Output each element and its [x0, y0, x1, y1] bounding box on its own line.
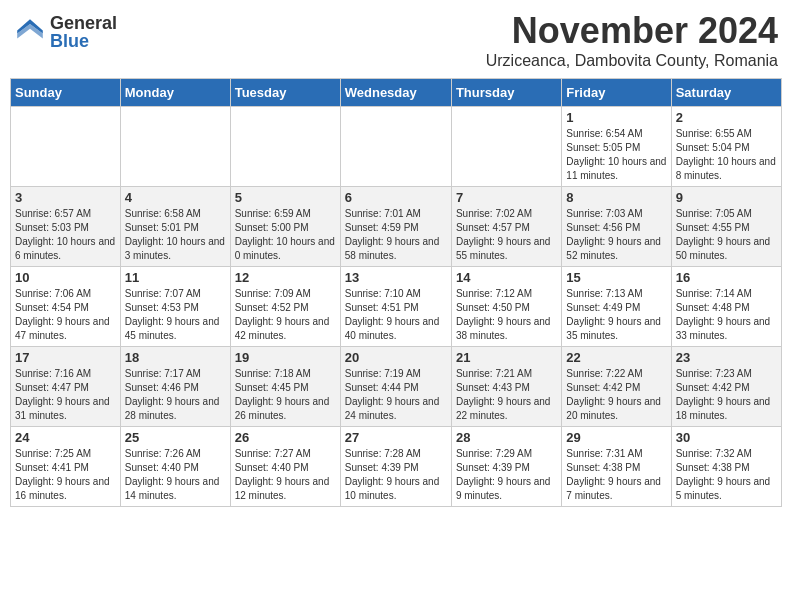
- calendar-cell: 16Sunrise: 7:14 AM Sunset: 4:48 PM Dayli…: [671, 267, 781, 347]
- day-info: Sunrise: 7:01 AM Sunset: 4:59 PM Dayligh…: [345, 207, 447, 263]
- calendar-cell: 8Sunrise: 7:03 AM Sunset: 4:56 PM Daylig…: [562, 187, 671, 267]
- weekday-header: Friday: [562, 79, 671, 107]
- calendar-cell: 28Sunrise: 7:29 AM Sunset: 4:39 PM Dayli…: [451, 427, 561, 507]
- calendar-week-row: 17Sunrise: 7:16 AM Sunset: 4:47 PM Dayli…: [11, 347, 782, 427]
- day-number: 13: [345, 270, 447, 285]
- calendar-cell: 22Sunrise: 7:22 AM Sunset: 4:42 PM Dayli…: [562, 347, 671, 427]
- day-number: 16: [676, 270, 777, 285]
- calendar-cell: 25Sunrise: 7:26 AM Sunset: 4:40 PM Dayli…: [120, 427, 230, 507]
- day-info: Sunrise: 7:22 AM Sunset: 4:42 PM Dayligh…: [566, 367, 666, 423]
- logo: General Blue: [14, 14, 117, 50]
- day-info: Sunrise: 7:25 AM Sunset: 4:41 PM Dayligh…: [15, 447, 116, 503]
- weekday-header: Thursday: [451, 79, 561, 107]
- day-number: 25: [125, 430, 226, 445]
- day-info: Sunrise: 7:02 AM Sunset: 4:57 PM Dayligh…: [456, 207, 557, 263]
- day-number: 28: [456, 430, 557, 445]
- weekday-header: Tuesday: [230, 79, 340, 107]
- day-number: 22: [566, 350, 666, 365]
- day-number: 29: [566, 430, 666, 445]
- calendar-cell: 13Sunrise: 7:10 AM Sunset: 4:51 PM Dayli…: [340, 267, 451, 347]
- calendar-cell: 30Sunrise: 7:32 AM Sunset: 4:38 PM Dayli…: [671, 427, 781, 507]
- weekday-header: Monday: [120, 79, 230, 107]
- calendar-cell: 10Sunrise: 7:06 AM Sunset: 4:54 PM Dayli…: [11, 267, 121, 347]
- calendar-cell: [11, 107, 121, 187]
- weekday-header: Wednesday: [340, 79, 451, 107]
- day-info: Sunrise: 7:10 AM Sunset: 4:51 PM Dayligh…: [345, 287, 447, 343]
- day-info: Sunrise: 6:57 AM Sunset: 5:03 PM Dayligh…: [15, 207, 116, 263]
- day-number: 20: [345, 350, 447, 365]
- weekday-header: Sunday: [11, 79, 121, 107]
- day-info: Sunrise: 7:13 AM Sunset: 4:49 PM Dayligh…: [566, 287, 666, 343]
- day-info: Sunrise: 7:28 AM Sunset: 4:39 PM Dayligh…: [345, 447, 447, 503]
- day-number: 4: [125, 190, 226, 205]
- calendar-cell: [120, 107, 230, 187]
- calendar-cell: 20Sunrise: 7:19 AM Sunset: 4:44 PM Dayli…: [340, 347, 451, 427]
- calendar-cell: [230, 107, 340, 187]
- day-info: Sunrise: 7:29 AM Sunset: 4:39 PM Dayligh…: [456, 447, 557, 503]
- day-info: Sunrise: 6:58 AM Sunset: 5:01 PM Dayligh…: [125, 207, 226, 263]
- calendar-cell: 9Sunrise: 7:05 AM Sunset: 4:55 PM Daylig…: [671, 187, 781, 267]
- day-number: 10: [15, 270, 116, 285]
- calendar-cell: 26Sunrise: 7:27 AM Sunset: 4:40 PM Dayli…: [230, 427, 340, 507]
- calendar-cell: 4Sunrise: 6:58 AM Sunset: 5:01 PM Daylig…: [120, 187, 230, 267]
- calendar-cell: 24Sunrise: 7:25 AM Sunset: 4:41 PM Dayli…: [11, 427, 121, 507]
- calendar-cell: 1Sunrise: 6:54 AM Sunset: 5:05 PM Daylig…: [562, 107, 671, 187]
- day-info: Sunrise: 7:21 AM Sunset: 4:43 PM Dayligh…: [456, 367, 557, 423]
- day-number: 24: [15, 430, 116, 445]
- page-header: General Blue November 2024 Urziceanca, D…: [10, 10, 782, 70]
- calendar-week-row: 10Sunrise: 7:06 AM Sunset: 4:54 PM Dayli…: [11, 267, 782, 347]
- calendar-cell: 12Sunrise: 7:09 AM Sunset: 4:52 PM Dayli…: [230, 267, 340, 347]
- calendar-cell: 2Sunrise: 6:55 AM Sunset: 5:04 PM Daylig…: [671, 107, 781, 187]
- day-info: Sunrise: 7:27 AM Sunset: 4:40 PM Dayligh…: [235, 447, 336, 503]
- day-number: 30: [676, 430, 777, 445]
- calendar-week-row: 24Sunrise: 7:25 AM Sunset: 4:41 PM Dayli…: [11, 427, 782, 507]
- day-number: 8: [566, 190, 666, 205]
- day-info: Sunrise: 7:19 AM Sunset: 4:44 PM Dayligh…: [345, 367, 447, 423]
- calendar-cell: 11Sunrise: 7:07 AM Sunset: 4:53 PM Dayli…: [120, 267, 230, 347]
- calendar-cell: 27Sunrise: 7:28 AM Sunset: 4:39 PM Dayli…: [340, 427, 451, 507]
- day-info: Sunrise: 7:06 AM Sunset: 4:54 PM Dayligh…: [15, 287, 116, 343]
- month-title: November 2024: [486, 10, 778, 52]
- calendar-cell: 7Sunrise: 7:02 AM Sunset: 4:57 PM Daylig…: [451, 187, 561, 267]
- title-block: November 2024 Urziceanca, Dambovita Coun…: [486, 10, 778, 70]
- day-number: 14: [456, 270, 557, 285]
- day-number: 27: [345, 430, 447, 445]
- calendar-cell: 21Sunrise: 7:21 AM Sunset: 4:43 PM Dayli…: [451, 347, 561, 427]
- calendar-week-row: 3Sunrise: 6:57 AM Sunset: 5:03 PM Daylig…: [11, 187, 782, 267]
- calendar-cell: 14Sunrise: 7:12 AM Sunset: 4:50 PM Dayli…: [451, 267, 561, 347]
- day-info: Sunrise: 7:07 AM Sunset: 4:53 PM Dayligh…: [125, 287, 226, 343]
- day-number: 7: [456, 190, 557, 205]
- day-info: Sunrise: 7:05 AM Sunset: 4:55 PM Dayligh…: [676, 207, 777, 263]
- logo-icon: [14, 16, 46, 48]
- day-number: 11: [125, 270, 226, 285]
- calendar-cell: 3Sunrise: 6:57 AM Sunset: 5:03 PM Daylig…: [11, 187, 121, 267]
- day-info: Sunrise: 7:18 AM Sunset: 4:45 PM Dayligh…: [235, 367, 336, 423]
- day-info: Sunrise: 6:54 AM Sunset: 5:05 PM Dayligh…: [566, 127, 666, 183]
- calendar-cell: [451, 107, 561, 187]
- logo-blue: Blue: [50, 32, 117, 50]
- day-number: 2: [676, 110, 777, 125]
- day-number: 5: [235, 190, 336, 205]
- day-info: Sunrise: 6:59 AM Sunset: 5:00 PM Dayligh…: [235, 207, 336, 263]
- day-number: 12: [235, 270, 336, 285]
- calendar-cell: 5Sunrise: 6:59 AM Sunset: 5:00 PM Daylig…: [230, 187, 340, 267]
- calendar-cell: 29Sunrise: 7:31 AM Sunset: 4:38 PM Dayli…: [562, 427, 671, 507]
- day-number: 1: [566, 110, 666, 125]
- calendar-table: SundayMondayTuesdayWednesdayThursdayFrid…: [10, 78, 782, 507]
- calendar-cell: 17Sunrise: 7:16 AM Sunset: 4:47 PM Dayli…: [11, 347, 121, 427]
- svg-marker-1: [17, 24, 43, 38]
- calendar-header-row: SundayMondayTuesdayWednesdayThursdayFrid…: [11, 79, 782, 107]
- day-info: Sunrise: 7:32 AM Sunset: 4:38 PM Dayligh…: [676, 447, 777, 503]
- logo-text: General Blue: [50, 14, 117, 50]
- day-number: 21: [456, 350, 557, 365]
- calendar-cell: 23Sunrise: 7:23 AM Sunset: 4:42 PM Dayli…: [671, 347, 781, 427]
- calendar-week-row: 1Sunrise: 6:54 AM Sunset: 5:05 PM Daylig…: [11, 107, 782, 187]
- location-subtitle: Urziceanca, Dambovita County, Romania: [486, 52, 778, 70]
- calendar-cell: [340, 107, 451, 187]
- day-number: 3: [15, 190, 116, 205]
- day-info: Sunrise: 7:03 AM Sunset: 4:56 PM Dayligh…: [566, 207, 666, 263]
- day-number: 17: [15, 350, 116, 365]
- calendar-cell: 6Sunrise: 7:01 AM Sunset: 4:59 PM Daylig…: [340, 187, 451, 267]
- day-info: Sunrise: 7:14 AM Sunset: 4:48 PM Dayligh…: [676, 287, 777, 343]
- day-number: 15: [566, 270, 666, 285]
